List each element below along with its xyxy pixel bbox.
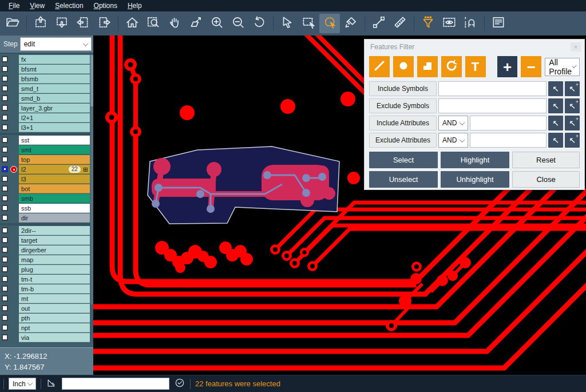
close-button[interactable]: Close bbox=[512, 171, 580, 188]
layer-checkbox[interactable] bbox=[2, 176, 8, 182]
layer-row-ssb[interactable]: ssb bbox=[0, 204, 93, 213]
add-filter-button[interactable]: + bbox=[497, 56, 518, 77]
layer-checkbox[interactable] bbox=[2, 114, 8, 121]
reset-button[interactable]: Reset bbox=[512, 152, 580, 168]
layer-row-mt[interactable]: mt bbox=[0, 294, 93, 303]
pcb-canvas[interactable]: Features Filter × T + − All Profile bbox=[93, 35, 586, 375]
operator-select[interactable]: AND bbox=[438, 133, 468, 148]
filter-lines-button[interactable] bbox=[369, 56, 390, 77]
layer-checkbox[interactable] bbox=[2, 315, 8, 321]
layer-checkbox[interactable] bbox=[2, 56, 8, 62]
layer-checkbox[interactable] bbox=[2, 286, 8, 292]
zoom-window-button[interactable] bbox=[143, 14, 164, 33]
dialog-title-bar[interactable]: Features Filter × bbox=[365, 39, 584, 54]
operator-select[interactable]: AND bbox=[438, 116, 468, 130]
layer-row-smt[interactable]: smt bbox=[0, 145, 93, 155]
layer-checkbox[interactable] bbox=[2, 137, 8, 143]
profile-select[interactable]: All Profile bbox=[545, 58, 580, 76]
layer-row-via[interactable]: via bbox=[0, 333, 93, 342]
ruler-button[interactable] bbox=[390, 14, 410, 33]
select-button[interactable]: Select bbox=[369, 152, 438, 168]
filter-value-input[interactable] bbox=[438, 98, 547, 113]
measure-p2p-button[interactable] bbox=[369, 14, 389, 33]
layer-row-npt[interactable]: npt bbox=[0, 323, 93, 332]
assign-from-canvas-button[interactable]: ↖ bbox=[548, 81, 563, 96]
assign-add-button[interactable]: ↖+ bbox=[565, 116, 580, 130]
layer-row-smd_t[interactable]: smd_t bbox=[0, 84, 93, 93]
clear-highlight-button[interactable] bbox=[340, 14, 361, 33]
assign-add-button[interactable]: ↖+ bbox=[565, 133, 580, 148]
layer-checkbox[interactable] bbox=[2, 266, 8, 272]
layer-name[interactable]: mt bbox=[19, 294, 90, 303]
select-polygon-button[interactable] bbox=[319, 14, 340, 33]
pan-hand-button[interactable] bbox=[164, 14, 185, 33]
layer-name[interactable]: smb bbox=[19, 194, 90, 203]
layer-checkbox[interactable] bbox=[2, 166, 8, 172]
unselect-button[interactable]: Unselect bbox=[369, 171, 438, 188]
layer-name[interactable]: sst bbox=[19, 136, 90, 145]
layer-name[interactable]: smt bbox=[19, 145, 90, 155]
filter-pads-button[interactable] bbox=[393, 56, 414, 77]
layer-checkbox[interactable] bbox=[2, 124, 8, 130]
layer-name[interactable]: plug bbox=[19, 265, 90, 274]
panel-list-button[interactable] bbox=[488, 14, 509, 33]
layer-row-2dir--[interactable]: 2dir-- bbox=[0, 226, 93, 235]
exclude-symbols-button[interactable]: Exclude Symbols bbox=[369, 98, 437, 113]
layer-row-bfsmb[interactable]: bfsmb bbox=[0, 74, 93, 84]
layer-checkbox[interactable] bbox=[2, 85, 8, 92]
menu-item-selection[interactable]: Selection bbox=[50, 1, 88, 11]
include-symbols-button[interactable]: Include Symbols bbox=[369, 81, 437, 96]
dialog-close-button[interactable]: × bbox=[571, 42, 581, 52]
exclude-attributes-button[interactable]: Exclude Attributes bbox=[369, 133, 437, 148]
highlight-button[interactable]: Highlight bbox=[441, 152, 509, 168]
layer-checkbox[interactable] bbox=[2, 146, 8, 153]
pan-right-button[interactable] bbox=[94, 14, 114, 33]
layer-row-l2+1[interactable]: l2+1 bbox=[0, 113, 93, 122]
layer-name[interactable]: tm-b bbox=[19, 284, 90, 294]
layer-name[interactable]: out bbox=[19, 304, 90, 313]
layer-name[interactable]: bot bbox=[19, 184, 90, 193]
layer-name[interactable]: map bbox=[19, 255, 90, 264]
layer-name[interactable]: tm-t bbox=[19, 275, 90, 284]
layer-name[interactable]: npt bbox=[19, 323, 90, 332]
layer-name[interactable]: top bbox=[19, 155, 90, 164]
layer-row-dir[interactable]: dir bbox=[0, 213, 93, 223]
layer-name[interactable]: dir bbox=[19, 213, 90, 223]
layer-name[interactable]: 2dir-- bbox=[19, 226, 90, 235]
zoom-selected-button[interactable] bbox=[185, 14, 206, 33]
layer-checkbox[interactable] bbox=[2, 195, 8, 201]
layer-name[interactable]: target bbox=[19, 236, 90, 245]
layer-table-icon[interactable]: ⊞ bbox=[83, 166, 88, 173]
unit-select[interactable]: Inch bbox=[9, 378, 36, 390]
layer-row-sst[interactable]: sst bbox=[0, 136, 93, 145]
select-rectangle-button[interactable] bbox=[298, 14, 319, 33]
layer-checkbox[interactable] bbox=[2, 305, 8, 311]
step-select[interactable]: edit bbox=[20, 37, 92, 51]
layer-row-l2[interactable]: l222⊞ bbox=[0, 165, 93, 174]
assign-from-canvas-button[interactable]: ↖ bbox=[548, 133, 563, 148]
select-arrow-button[interactable] bbox=[277, 14, 298, 33]
snap-button[interactable] bbox=[460, 14, 481, 33]
layer-name[interactable]: l3+1 bbox=[19, 123, 90, 132]
assign-from-canvas-button[interactable]: ↖ bbox=[548, 116, 563, 130]
command-input[interactable] bbox=[62, 378, 169, 390]
layer-name[interactable]: pth bbox=[19, 314, 90, 323]
layer-checkbox[interactable] bbox=[2, 334, 8, 340]
layer-row-target[interactable]: target bbox=[0, 236, 93, 245]
zoom-out-button[interactable] bbox=[228, 14, 248, 33]
assign-from-canvas-button[interactable]: ↖ bbox=[548, 98, 563, 113]
layer-row-top[interactable]: top bbox=[0, 155, 93, 164]
filter-value-input[interactable] bbox=[470, 133, 547, 148]
corner-angle-icon[interactable] bbox=[46, 377, 57, 391]
layer-name[interactable]: fx bbox=[19, 55, 90, 64]
layer-name[interactable]: layer_3.gbr bbox=[19, 104, 90, 113]
layer-checkbox[interactable] bbox=[2, 227, 8, 233]
open-button[interactable] bbox=[2, 14, 23, 33]
layer-name[interactable]: via bbox=[19, 333, 90, 342]
layer-row-out[interactable]: out bbox=[0, 304, 93, 313]
layer-row-smb[interactable]: smb bbox=[0, 194, 93, 203]
layer-row-tm-b[interactable]: tm-b bbox=[0, 284, 93, 294]
layer-checkbox[interactable] bbox=[2, 185, 8, 192]
include-attributes-button[interactable]: Include Attributes bbox=[369, 116, 437, 130]
layer-name[interactable]: ssb bbox=[19, 204, 90, 213]
